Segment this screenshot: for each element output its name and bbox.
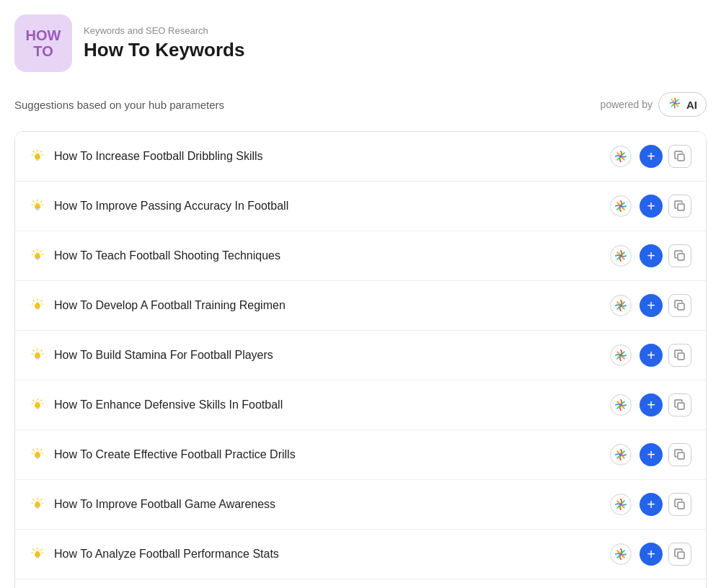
svg-rect-56 <box>678 353 684 360</box>
ai-badge: AI <box>658 92 707 117</box>
breadcrumb: Keywords and SEO Research <box>84 25 244 36</box>
copy-keyword-button[interactable] <box>668 294 691 317</box>
keyword-label: How To Develop A Football Training Regim… <box>54 299 599 312</box>
subtitle-row: Suggestions based on your hub parameters… <box>14 92 707 117</box>
svg-point-66 <box>619 404 622 406</box>
powered-by-label: powered by <box>601 99 653 110</box>
svg-rect-47 <box>36 357 40 359</box>
idea-icon <box>30 347 45 363</box>
swirl-action-button[interactable] <box>608 143 634 169</box>
svg-line-40 <box>41 300 42 301</box>
keyword-row: How To Build Stamina For Football Player… <box>15 331 706 380</box>
add-keyword-button[interactable]: + <box>640 393 663 416</box>
swirl-action-button[interactable] <box>608 293 634 318</box>
logo-badge: HOWTO <box>14 14 72 72</box>
svg-rect-58 <box>36 407 40 409</box>
svg-line-84 <box>41 499 42 500</box>
copy-keyword-button[interactable] <box>668 145 691 168</box>
keyword-label: How To Teach Football Shooting Technique… <box>54 249 599 262</box>
keyword-label: How To Improve Passing Accuracy In Footb… <box>54 200 599 213</box>
page-title: How To Keywords <box>84 39 244 61</box>
add-keyword-button[interactable]: + <box>640 543 663 566</box>
keyword-label: How To Create Effective Football Practic… <box>54 448 599 461</box>
svg-rect-26 <box>36 259 39 260</box>
svg-rect-14 <box>36 208 40 210</box>
row-actions: + <box>608 442 691 468</box>
add-keyword-button[interactable]: + <box>640 145 663 168</box>
svg-line-18 <box>41 201 42 202</box>
idea-icon <box>30 198 45 214</box>
keyword-label: How To Analyze Football Performance Stat… <box>54 548 599 561</box>
add-keyword-button[interactable]: + <box>640 344 663 367</box>
copy-keyword-button[interactable] <box>668 244 691 267</box>
copy-keyword-button[interactable] <box>668 393 691 416</box>
svg-point-99 <box>619 553 622 556</box>
keyword-label: How To Improve Football Game Awareness <box>54 498 599 511</box>
svg-rect-23 <box>678 204 684 210</box>
svg-line-61 <box>33 400 34 401</box>
row-actions: + <box>608 193 691 219</box>
swirl-action-button[interactable] <box>608 193 634 219</box>
svg-rect-67 <box>678 403 684 409</box>
svg-point-77 <box>619 453 622 456</box>
svg-line-6 <box>33 151 34 152</box>
svg-rect-69 <box>36 457 40 458</box>
copy-keyword-button[interactable] <box>668 443 691 466</box>
keyword-row: How To Create Effective Football Practic… <box>15 430 706 480</box>
svg-line-94 <box>33 549 34 550</box>
svg-line-72 <box>33 450 34 450</box>
svg-line-95 <box>41 549 42 550</box>
add-keyword-button[interactable]: + <box>640 294 663 317</box>
svg-rect-70 <box>36 458 39 459</box>
idea-icon <box>30 546 45 562</box>
svg-line-17 <box>33 201 34 202</box>
row-actions: + <box>608 541 691 567</box>
svg-point-44 <box>619 304 622 307</box>
add-keyword-button[interactable]: + <box>640 195 663 218</box>
copy-keyword-button[interactable] <box>668 195 691 218</box>
copy-keyword-button[interactable] <box>668 493 691 516</box>
idea-icon <box>30 248 45 264</box>
copy-keyword-button[interactable] <box>668 344 691 367</box>
idea-icon <box>30 447 45 463</box>
svg-rect-34 <box>678 254 684 260</box>
svg-rect-92 <box>36 558 39 558</box>
add-keyword-button[interactable]: + <box>640 493 663 516</box>
svg-rect-15 <box>36 210 39 210</box>
keyword-row: How To Increase Football Dribbling Skill… <box>15 132 706 182</box>
swirl-action-button[interactable] <box>608 392 634 418</box>
add-keyword-button[interactable]: + <box>640 244 663 267</box>
svg-point-22 <box>619 205 622 208</box>
ai-swirl-icon <box>668 96 682 113</box>
svg-rect-25 <box>36 258 40 259</box>
ai-label-text: AI <box>686 99 697 111</box>
keyword-label: How To Increase Football Dribbling Skill… <box>54 150 599 163</box>
svg-line-51 <box>41 350 42 351</box>
add-keyword-button[interactable]: + <box>640 443 663 466</box>
svg-rect-78 <box>678 453 684 459</box>
header-text-block: Keywords and SEO Research How To Keyword… <box>84 25 244 61</box>
copy-keyword-button[interactable] <box>668 543 691 566</box>
row-actions: + <box>608 342 691 368</box>
keyword-row: How To Teach Football Shooting Technique… <box>15 231 706 281</box>
idea-icon <box>30 148 45 164</box>
svg-rect-80 <box>36 507 40 508</box>
svg-rect-59 <box>36 409 39 409</box>
row-actions: + <box>608 392 691 418</box>
swirl-action-button[interactable] <box>608 342 634 368</box>
svg-line-7 <box>41 151 42 152</box>
swirl-action-button[interactable] <box>608 243 634 269</box>
svg-rect-81 <box>36 508 39 509</box>
svg-point-33 <box>619 254 622 257</box>
svg-rect-48 <box>36 359 39 360</box>
row-actions: + <box>608 491 691 517</box>
svg-rect-100 <box>678 552 684 558</box>
keyword-list: How To Increase Football Dribbling Skill… <box>14 131 707 588</box>
row-actions: + <box>608 243 691 269</box>
svg-rect-36 <box>36 308 40 309</box>
swirl-action-button[interactable] <box>608 442 634 468</box>
svg-point-1 <box>674 102 676 104</box>
swirl-action-button[interactable] <box>608 491 634 517</box>
keyword-row: How To Improve Passing Accuracy In Footb… <box>15 182 706 231</box>
swirl-action-button[interactable] <box>608 541 634 567</box>
